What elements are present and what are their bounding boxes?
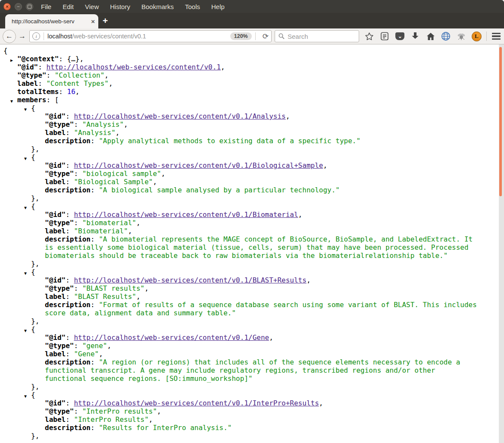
member-label-key: label <box>45 178 66 186</box>
menubar: File Edit View History Bookmarks Tools H… <box>41 3 225 10</box>
root-id-key: "@id" <box>17 63 38 71</box>
member-id-key: "@id" <box>45 276 66 284</box>
fly-extension-icon[interactable] <box>456 31 467 42</box>
member-type-value: "Analysis" <box>82 120 124 129</box>
member-id-link[interactable]: http://localhost/web-services/content/v0… <box>74 112 285 120</box>
root-label-key: label <box>17 79 38 88</box>
bookmarks-menu-icon[interactable] <box>379 31 390 42</box>
menu-help[interactable]: Help <box>211 3 225 10</box>
member-id-link[interactable]: http://localhost/web-services/content/v0… <box>74 399 319 407</box>
member-object: ▼{"@id": http://localhost/web-services/c… <box>3 153 479 202</box>
back-button[interactable]: ← <box>3 30 16 43</box>
member-label-line: label: "Analysis", <box>3 129 479 137</box>
window-close-button[interactable]: × <box>3 3 11 10</box>
member-id-link[interactable]: http://localhost/web-services/content/v0… <box>74 333 269 342</box>
member-id-key: "@id" <box>45 112 66 120</box>
member-description-key: description <box>45 358 91 366</box>
member-id-key: "@id" <box>45 333 66 342</box>
context-collapsed-value[interactable]: {…} <box>67 55 80 63</box>
forward-arrow-icon: → <box>19 32 26 40</box>
member-open-line: ▼{ <box>3 325 479 333</box>
reload-icon[interactable]: ⟳ <box>263 32 269 41</box>
root-id-line: "@id": http://localhost/web-services/con… <box>3 63 479 71</box>
member-id-link[interactable]: http://localhost/web-services/content/v0… <box>74 161 323 170</box>
member-type-line: "@type": "biological sample", <box>3 170 479 178</box>
menu-view[interactable]: View <box>85 3 99 10</box>
vertical-scrollbar[interactable] <box>499 44 504 443</box>
member-id-line: "@id": http://localhost/web-services/con… <box>3 112 479 120</box>
url-path: /web-services/content/v0.1 <box>72 33 146 40</box>
member-close-line: }, <box>3 194 479 202</box>
menu-history[interactable]: History <box>110 3 130 10</box>
member-close-line: }, <box>3 317 479 325</box>
toolbar-separator <box>486 31 487 41</box>
member-description-value: "Results for InterPro analysis." <box>99 424 232 432</box>
forward-button[interactable]: → <box>19 32 26 41</box>
search-bar[interactable]: Search <box>275 30 359 42</box>
root-label-value: "Content Types" <box>46 79 109 88</box>
back-arrow-icon: ← <box>6 32 13 41</box>
home-icon[interactable] <box>425 31 436 42</box>
globe-extension-icon[interactable] <box>440 31 451 42</box>
bookmark-star-icon[interactable] <box>364 31 375 42</box>
member-object: ▼{"@id": http://localhost/web-services/c… <box>3 202 479 268</box>
menu-bookmarks[interactable]: Bookmarks <box>141 3 174 10</box>
member-type-line: "@type": "Analysis", <box>3 120 479 129</box>
member-id-key: "@id" <box>45 161 66 170</box>
total-items-line: totalItems: 16, <box>3 88 479 96</box>
menu-tools[interactable]: Tools <box>185 3 200 10</box>
member-description-line: description: "Apply analytical methods t… <box>3 137 479 145</box>
member-type-line: "@type": "biomaterial", <box>3 219 479 227</box>
url-text[interactable]: localhost/web-services/content/v0.1 <box>47 33 230 40</box>
member-open-line: ▼{ <box>3 202 479 211</box>
menu-icon[interactable] <box>491 31 502 42</box>
active-tab[interactable]: http://localhost/web-serv × <box>5 14 98 28</box>
member-object: ▼{"@id": http://localhost/web-services/c… <box>3 325 479 391</box>
member-open-line: ▼{ <box>3 104 479 112</box>
download-icon[interactable] <box>410 31 421 42</box>
member-label-value: "Biological Sample" <box>74 178 153 186</box>
member-type-value: "InterPro results" <box>82 407 157 415</box>
member-label-value: "Gene" <box>74 350 99 358</box>
member-open-line: ▼{ <box>3 391 479 399</box>
menu-edit[interactable]: Edit <box>63 3 74 10</box>
zoom-level-indicator[interactable]: 120% <box>230 32 252 40</box>
json-viewer: { ▶"@context": {…}, "@id": http://localh… <box>0 44 504 440</box>
root-type-key: "@type" <box>17 71 46 79</box>
member-label-value: "InterPro Results" <box>74 415 148 424</box>
member-id-link[interactable]: http://localhost/web-services/content/v0… <box>74 211 298 219</box>
member-type-line: "@type": "gene", <box>3 342 479 350</box>
pocket-icon[interactable]: ⌄ <box>394 31 406 42</box>
window-maximize-button[interactable] <box>26 3 33 10</box>
member-type-line: "@type": "InterPro results", <box>3 407 479 415</box>
member-label-line: label: "Biological Sample", <box>3 178 479 186</box>
member-label-line: label: "BLAST Results", <box>3 292 479 301</box>
member-description-key: description <box>45 186 91 194</box>
member-id-line: "@id": http://localhost/web-services/con… <box>3 333 479 342</box>
url-separator2 <box>255 32 256 40</box>
orange-extension-icon[interactable]: L <box>471 31 482 42</box>
scrollbar-thumb[interactable] <box>499 47 502 196</box>
root-id-link[interactable]: http://localhost/web-services/content/v0… <box>46 63 221 71</box>
total-items-value: 16 <box>67 88 75 96</box>
member-id-link[interactable]: http://localhost/web-services/content/v0… <box>74 276 306 284</box>
member-type-key: "@type" <box>45 120 74 129</box>
member-description-key: description <box>45 235 91 243</box>
member-description-line: description: "A biological sample analys… <box>3 186 479 194</box>
url-separator <box>44 32 44 40</box>
tab-close-icon[interactable]: × <box>91 18 95 25</box>
new-tab-button[interactable]: + <box>103 16 108 25</box>
window-minimize-button[interactable]: − <box>15 3 22 10</box>
member-label-value: "Analysis" <box>74 129 115 137</box>
member-description-value: "A biological sample analysed by a parti… <box>99 186 340 194</box>
url-bar[interactable]: i localhost/web-services/content/v0.1 12… <box>29 30 272 42</box>
member-description-value: "A region (or regions) that includes all… <box>45 358 460 383</box>
site-info-icon[interactable]: i <box>32 32 40 40</box>
member-label-line: label: "Biomaterial", <box>3 227 479 235</box>
toolbar-icons: ⌄ L <box>362 31 504 42</box>
menu-file[interactable]: File <box>41 3 51 10</box>
member-label-value: "BLAST Results" <box>74 292 136 301</box>
member-close-line: }, <box>3 260 479 268</box>
root-type-value: "Collection" <box>55 71 105 79</box>
member-open-line: ▼{ <box>3 268 479 276</box>
